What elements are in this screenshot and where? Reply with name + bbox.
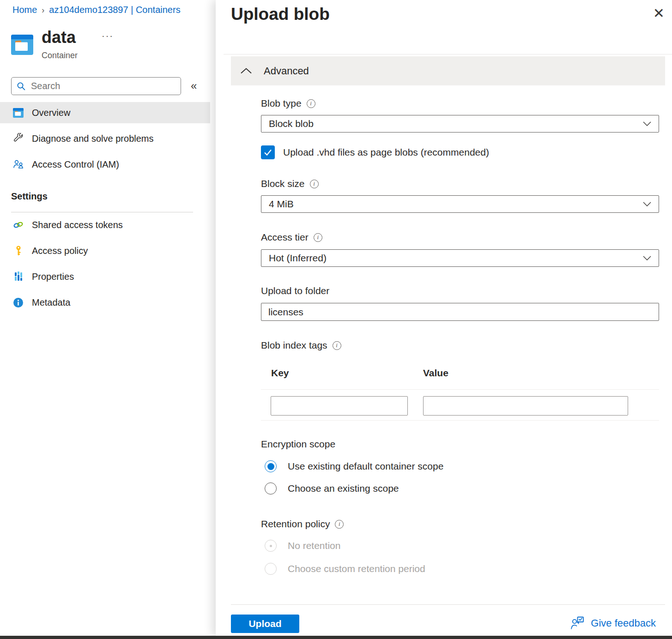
sidebar-item-label: Overview — [32, 108, 70, 118]
advanced-section-label: Advanced — [264, 65, 309, 77]
settings-divider — [11, 212, 193, 212]
retention-policy-label: Retention policy — [261, 518, 330, 530]
tag-key-header: Key — [271, 368, 289, 379]
sidebar-item-label: Diagnose and solve problems — [32, 133, 154, 144]
link-icon — [12, 219, 24, 230]
tag-value-header: Value — [423, 368, 448, 379]
radio-label: No retention — [288, 540, 340, 551]
give-feedback-link[interactable]: Give feedback — [570, 616, 656, 630]
page-subtitle: Container — [42, 51, 78, 60]
feedback-person-icon — [570, 616, 585, 630]
sliders-icon — [12, 271, 24, 282]
tag-key-input[interactable] — [271, 396, 408, 416]
sidebar-item-diagnose[interactable]: Diagnose and solve problems — [0, 128, 216, 149]
close-icon[interactable]: ✕ — [653, 6, 665, 20]
breadcrumb-home-link[interactable]: Home — [12, 5, 37, 15]
vhd-checkbox-row: Upload .vhd files as page blobs (recomme… — [261, 145, 489, 159]
info-tooltip-icon[interactable]: i — [335, 520, 344, 529]
container-blade-sidebar: Home›az104demo123897 | Containers data ·… — [0, 0, 216, 636]
more-menu-button[interactable]: ··· — [102, 30, 114, 41]
info-tooltip-icon[interactable]: i — [310, 180, 319, 188]
blob-type-value: Block blob — [269, 118, 314, 129]
upload-folder-input[interactable] — [261, 303, 659, 321]
bottom-edge-strip — [0, 636, 672, 639]
upload-blob-panel: Upload blob ✕ Advanced Blob type i Block… — [216, 0, 672, 636]
upload-button[interactable]: Upload — [231, 615, 299, 633]
no-retention-radio-row: No retention — [265, 540, 340, 552]
radio-selected-icon[interactable] — [265, 460, 277, 472]
encryption-scope-label-row: Encryption scope — [261, 439, 335, 450]
encryption-scope-label: Encryption scope — [261, 439, 335, 450]
container-icon — [11, 35, 33, 55]
breadcrumb-containers-link[interactable]: az104demo123897 | Containers — [49, 5, 180, 15]
sidebar-item-label: Shared access tokens — [32, 220, 123, 230]
sidebar-item-access-control[interactable]: Access Control (IAM) — [0, 154, 216, 175]
access-tier-label-row: Access tier i — [261, 232, 322, 243]
sidebar-item-label: Metadata — [32, 297, 70, 308]
info-tooltip-icon[interactable]: i — [307, 99, 315, 108]
wrench-icon — [12, 133, 24, 144]
tag-value-input[interactable] — [423, 396, 628, 416]
collapse-sidebar-button[interactable]: « — [191, 79, 197, 92]
search-icon — [16, 81, 26, 91]
access-tier-value: Hot (Inferred) — [269, 253, 327, 264]
tags-divider — [261, 420, 659, 421]
radio-label: Choose custom retention period — [288, 563, 425, 574]
sidebar-item-properties[interactable]: Properties — [0, 266, 216, 287]
key-icon — [12, 245, 24, 256]
vhd-checkbox-label: Upload .vhd files as page blobs (recomme… — [283, 147, 489, 158]
block-size-label: Block size — [261, 178, 305, 189]
sidebar-item-metadata[interactable]: Metadata — [0, 292, 216, 313]
chevron-down-icon — [643, 202, 651, 206]
access-tier-select[interactable]: Hot (Inferred) — [261, 249, 659, 267]
sidebar-item-access-policy[interactable]: Access policy — [0, 240, 216, 261]
advanced-section-toggle[interactable]: Advanced — [231, 56, 665, 85]
index-tags-label-row: Blob index tags i — [261, 340, 341, 351]
block-size-select[interactable]: 4 MiB — [261, 195, 659, 213]
vhd-checkbox[interactable] — [261, 145, 275, 159]
sidebar-item-label: Access Control (IAM) — [32, 159, 119, 170]
encryption-existing-scope-radio-row: Choose an existing scope — [265, 482, 399, 494]
upload-folder-label: Upload to folder — [261, 285, 329, 296]
radio-label: Use existing default container scope — [288, 461, 443, 472]
panel-divider — [224, 54, 672, 54]
sidebar-item-label: Properties — [32, 271, 74, 282]
give-feedback-label: Give feedback — [591, 617, 656, 629]
sidebar-search — [11, 77, 181, 95]
overview-window-icon — [12, 107, 24, 118]
search-input[interactable] — [31, 81, 165, 91]
sidebar-item-label: Access policy — [32, 246, 88, 256]
info-tooltip-icon[interactable]: i — [333, 341, 341, 350]
page-title: data — [42, 28, 76, 47]
breadcrumb-separator: › — [42, 6, 44, 15]
block-size-label-row: Block size i — [261, 178, 319, 189]
sidebar-item-overview[interactable]: Overview — [0, 102, 210, 123]
chevron-down-icon — [643, 121, 651, 126]
chevron-up-icon — [240, 68, 252, 74]
radio-label: Choose an existing scope — [288, 483, 399, 494]
sidebar-settings-nav: Shared access tokens Access policy — [0, 214, 216, 318]
sidebar-nav: Overview Diagnose and solve problems Acc… — [0, 102, 216, 180]
radio-unselected-icon[interactable] — [265, 482, 277, 494]
access-tier-label: Access tier — [261, 232, 309, 243]
blob-type-label: Blob type — [261, 98, 302, 109]
radio-disabled-icon — [265, 563, 277, 575]
block-size-value: 4 MiB — [269, 199, 294, 210]
chevron-down-icon — [643, 256, 651, 260]
people-icon — [12, 159, 24, 170]
panel-title: Upload blob — [231, 5, 330, 24]
breadcrumb: Home›az104demo123897 | Containers — [12, 5, 181, 15]
encryption-default-scope-radio-row: Use existing default container scope — [265, 460, 443, 472]
blob-type-label-row: Blob type i — [261, 98, 315, 109]
blob-type-select[interactable]: Block blob — [261, 115, 659, 133]
upload-folder-label-row: Upload to folder — [261, 285, 329, 296]
retention-policy-label-row: Retention policy i — [261, 518, 344, 530]
info-tooltip-icon[interactable]: i — [314, 233, 322, 242]
radio-disabled-selected-icon — [265, 540, 277, 552]
settings-section-header: Settings — [11, 191, 48, 202]
sidebar-item-shared-access-tokens[interactable]: Shared access tokens — [0, 214, 216, 235]
index-tags-label: Blob index tags — [261, 340, 327, 351]
check-icon — [264, 149, 272, 156]
tags-divider — [261, 389, 659, 390]
custom-retention-radio-row: Choose custom retention period — [265, 563, 425, 575]
